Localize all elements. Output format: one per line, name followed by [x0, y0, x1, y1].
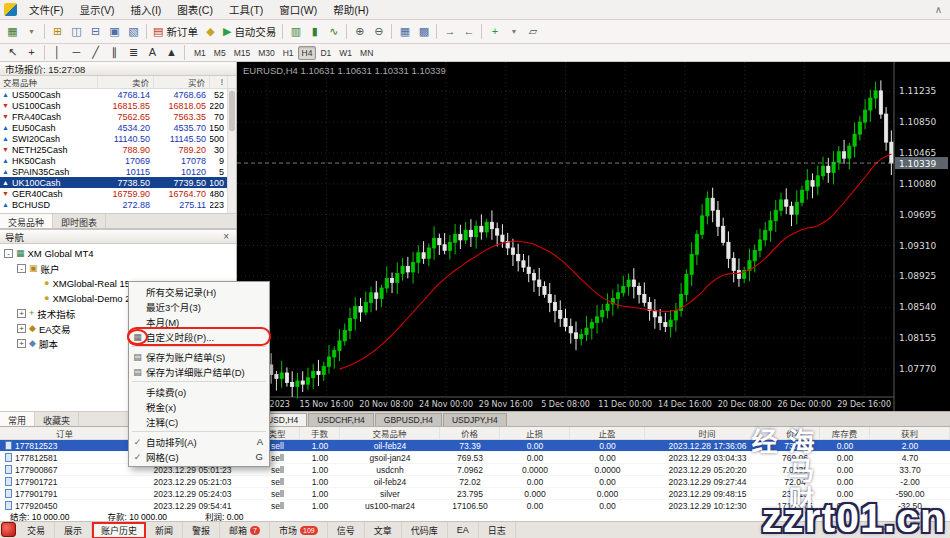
menu-insert[interactable]: 插入(I) — [122, 0, 169, 20]
tab-articles[interactable]: 文章 — [365, 522, 402, 538]
tab-exposure[interactable]: 展示 — [55, 522, 92, 538]
market-watch-icon[interactable]: ⊞ — [48, 22, 67, 41]
history-column-7[interactable]: 止盈 — [570, 427, 645, 439]
chart-tab-gbpusd[interactable]: GBPUSD,H4 — [375, 413, 442, 426]
candlestick-chart-icon[interactable]: ▮ — [305, 22, 324, 41]
row-ger40cash[interactable]: ▼GER40Cash16759.9016764.70480 — [0, 188, 236, 199]
market-watch-column-0[interactable]: 交易品种 — [0, 76, 98, 88]
menu-view[interactable]: 显示(V) — [71, 0, 122, 20]
data-window-icon[interactable]: ◫ — [67, 22, 86, 41]
history-column-10[interactable]: 库存费 — [820, 427, 870, 439]
text-label-icon[interactable]: A — [143, 43, 162, 62]
market-watch-scrollbar[interactable] — [227, 89, 236, 213]
auto-arrange[interactable]: ✓自动排列(A)A — [129, 434, 269, 449]
timeframe-m5[interactable]: M5 — [210, 46, 230, 60]
history-column-5[interactable]: 价格 — [440, 427, 500, 439]
comments[interactable]: 注释(C) — [129, 414, 269, 429]
timeframe-mn[interactable]: MN — [356, 46, 377, 60]
row-ltcusd[interactable]: ▲LTCUSD73.4073.8040 — [0, 210, 236, 213]
cursor-icon[interactable]: ↖ — [3, 43, 22, 62]
last-month[interactable]: 本月(M) — [129, 314, 269, 329]
tab-favorites[interactable]: 收藏夹 — [35, 412, 79, 426]
collapse-icon[interactable]: - — [4, 249, 13, 258]
tab-alerts[interactable]: 警报 — [183, 522, 220, 538]
market-watch-column-3[interactable]: ! — [210, 76, 228, 88]
new-order-button[interactable]: ▤新订单 — [150, 22, 201, 41]
commissions[interactable]: 手续费(o) — [129, 384, 269, 399]
profiles-icon[interactable]: ▼ — [22, 22, 41, 41]
accounts-group[interactable]: -▣账户 — [0, 261, 236, 276]
menu-window[interactable]: 窗口(W) — [271, 0, 325, 20]
history-column-6[interactable]: 止损 — [500, 427, 570, 439]
row-neth25cash[interactable]: ▼NETH25Cash788.90789.2030 — [0, 144, 236, 155]
chart-tab-usdjpy[interactable]: USDJPY,H4 — [443, 413, 507, 426]
tab-symbols[interactable]: 交易品种 — [0, 214, 53, 228]
row-eu50cash[interactable]: ▲EU50Cash4534.204535.70150 — [0, 122, 236, 133]
tab-common[interactable]: 常用 — [0, 412, 35, 426]
history-column-0[interactable]: 订单 — [0, 427, 130, 439]
expand-icon[interactable]: + — [17, 309, 26, 318]
tab-trade[interactable]: 交易 — [18, 522, 55, 538]
tab-code-base[interactable]: 代码库 — [402, 522, 448, 538]
menu-help[interactable]: 帮助(H) — [325, 0, 377, 20]
taxes[interactable]: 税金(x) — [129, 399, 269, 414]
timeframe-m30[interactable]: M30 — [254, 46, 279, 60]
tab-signals[interactable]: 信号 — [328, 522, 365, 538]
platform-root[interactable]: -▦XM Global MT4 — [0, 246, 236, 261]
bar-chart-icon[interactable]: ▥ — [286, 22, 305, 41]
market-watch-column-2[interactable]: 买价 — [154, 76, 210, 88]
autotrading-button[interactable]: ▶自动交易 — [220, 22, 279, 41]
save-as-report[interactable]: ▤保存为账户结单(S) — [129, 349, 269, 364]
zoom-in-icon[interactable]: ⊕ — [350, 22, 369, 41]
row-hk50cash[interactable]: ▲HK50Cash17069170789 — [0, 155, 236, 166]
row-spain35cash[interactable]: ▲SPAIN35Cash10115101205 — [0, 166, 236, 177]
timeframe-w1[interactable]: W1 — [335, 46, 356, 60]
timeframe-h1[interactable]: H1 — [279, 46, 298, 60]
menu-tools[interactable]: 工具(T) — [221, 0, 271, 20]
row-swi20cash[interactable]: ▲SWI20Cash11140.5011145.50500 — [0, 133, 236, 144]
row-bchusd[interactable]: ▲BCHUSD272.88275.11223 — [0, 199, 236, 210]
expand-icon[interactable]: + — [17, 339, 26, 348]
timeframes-dropdown-icon[interactable]: ▼ — [504, 22, 523, 41]
fibonacci-icon[interactable]: ≣ — [124, 43, 143, 62]
tab-account-history[interactable]: 账户历史 — [92, 522, 146, 538]
history-column-11[interactable]: 获利 — [870, 427, 950, 439]
timeframe-d1[interactable]: D1 — [316, 46, 335, 60]
row-us100cash[interactable]: ▼US100Cash16815.8516818.05220 — [0, 100, 236, 111]
terminal-icon[interactable]: ▣ — [105, 22, 124, 41]
chart-shift-icon[interactable]: ← — [459, 22, 478, 41]
timeframe-h4[interactable]: H4 — [298, 46, 317, 60]
navigator-icon[interactable]: ⊟ — [86, 22, 105, 41]
all-history[interactable]: 所有交易记录(H) — [129, 284, 269, 299]
grid[interactable]: ✓网格(G)G — [129, 449, 269, 464]
trendline-icon[interactable]: ╱ — [86, 43, 105, 62]
row-uk100cash[interactable]: ▲UK100Cash7738.507739.50100 — [0, 177, 236, 188]
close-icon[interactable]: × — [221, 231, 231, 242]
timeframe-m1[interactable]: M1 — [190, 46, 210, 60]
save-as-detailed-report[interactable]: ▤保存为详细账户结单(D) — [129, 364, 269, 379]
line-chart-icon[interactable]: ∿ — [324, 22, 343, 41]
auto-scroll-icon[interactable]: → — [440, 22, 459, 41]
market-watch-column-1[interactable]: 卖价 — [98, 76, 154, 88]
vertical-line-icon[interactable]: │ — [48, 43, 67, 62]
zoom-out-icon[interactable]: ⊖ — [369, 22, 388, 41]
new-chart-icon[interactable]: ▦ — [3, 22, 22, 41]
indicators-icon[interactable]: + — [485, 22, 504, 41]
tile-windows-icon[interactable]: ▦ — [395, 22, 414, 41]
horizontal-line-icon[interactable]: ─ — [67, 43, 86, 62]
tab-news[interactable]: 新闻 — [146, 522, 183, 538]
expand-icon[interactable]: + — [17, 324, 26, 333]
row-us500cash[interactable]: ▲US500Cash4768.144768.6652 — [0, 89, 236, 100]
collapse-icon[interactable]: - — [17, 264, 26, 273]
metaeditor-icon[interactable]: ◆ — [201, 22, 220, 41]
tab-journal[interactable]: 日志 — [479, 522, 516, 538]
strategy-tester-icon[interactable]: ▧ — [124, 22, 143, 41]
menu-charts[interactable]: 图表(C) — [169, 0, 221, 20]
arrows-icon[interactable]: ▲ — [162, 43, 181, 62]
tab-market[interactable]: 市场109 — [270, 522, 328, 538]
templates-icon[interactable]: ▱ — [523, 22, 542, 41]
tab-tick-charts[interactable]: 即时图表 — [53, 214, 106, 228]
last-3-months[interactable]: 最近3个月(3) — [129, 299, 269, 314]
chart-tab-usdchf[interactable]: USDCHF,H4 — [308, 413, 374, 426]
tab-experts[interactable]: EA — [448, 522, 479, 538]
